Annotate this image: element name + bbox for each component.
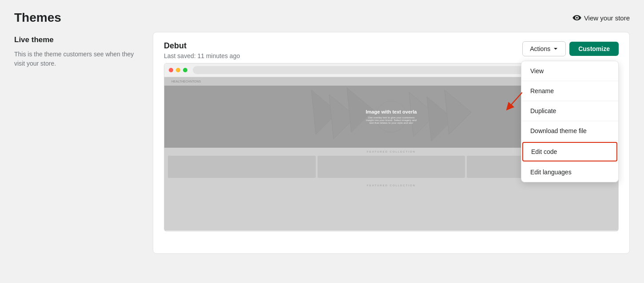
browser-dot-yellow (176, 68, 180, 72)
browser-dot-red (169, 68, 173, 72)
theme-actions: Actions Customize View Rename Duplicate … (522, 41, 619, 56)
eye-icon (572, 13, 581, 22)
dropdown-item-view[interactable]: View (521, 61, 618, 81)
dropdown-item-duplicate[interactable]: Duplicate (521, 101, 618, 121)
theme-card: Debut Last saved: 11 minutes ago (153, 32, 630, 254)
browser-dot-green (183, 68, 187, 72)
dropdown-item-rename[interactable]: Rename (521, 81, 618, 101)
page-title: Themes (14, 11, 61, 25)
theme-saved-text: Last saved: 11 minutes ago (164, 52, 522, 59)
live-theme-description: This is the theme customers see when the… (14, 50, 139, 68)
preview-featured-label2: FEATURED COLLECTION (164, 181, 618, 189)
preview-nav-logo: HEALTHECHNTONS (171, 80, 201, 83)
theme-name: Debut (164, 41, 522, 51)
preview-hero-title: Image with text overla (366, 109, 417, 114)
actions-button[interactable]: Actions (522, 41, 566, 56)
preview-grid-item-1 (168, 156, 316, 178)
customize-button[interactable]: Customize (569, 42, 619, 56)
view-store-label: View your store (584, 14, 630, 22)
preview-hero-subtitle: Use overlay text to give your customers … (365, 116, 418, 124)
actions-dropdown: View Rename Duplicate Download theme fil… (521, 61, 619, 182)
dropdown-item-download[interactable]: Download theme file (521, 121, 618, 141)
view-store-link[interactable]: View your store (572, 13, 630, 22)
actions-label: Actions (530, 45, 550, 52)
live-theme-label: Live theme (14, 35, 139, 44)
dropdown-item-edit-code[interactable]: Edit code (522, 142, 617, 161)
preview-grid-item-2 (318, 156, 465, 178)
dropdown-item-edit-languages[interactable]: Edit languages (521, 162, 618, 182)
chevron-down-icon (553, 46, 558, 51)
